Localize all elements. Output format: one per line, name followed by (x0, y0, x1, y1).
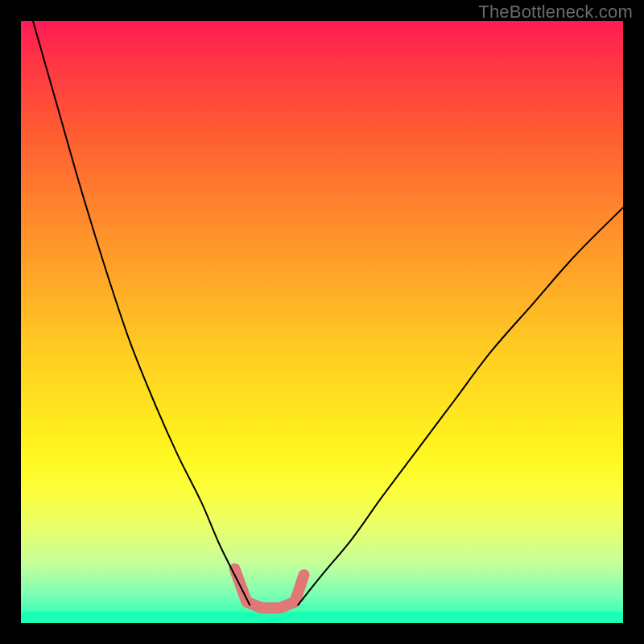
watermark-text: TheBottleneck.com (478, 2, 633, 23)
left-arc (33, 21, 250, 605)
right-arc (298, 208, 623, 605)
chart-frame: TheBottleneck.com (0, 0, 644, 644)
bottleneck-highlight (235, 569, 304, 609)
plot-area (21, 21, 623, 623)
curves-svg (21, 21, 623, 623)
